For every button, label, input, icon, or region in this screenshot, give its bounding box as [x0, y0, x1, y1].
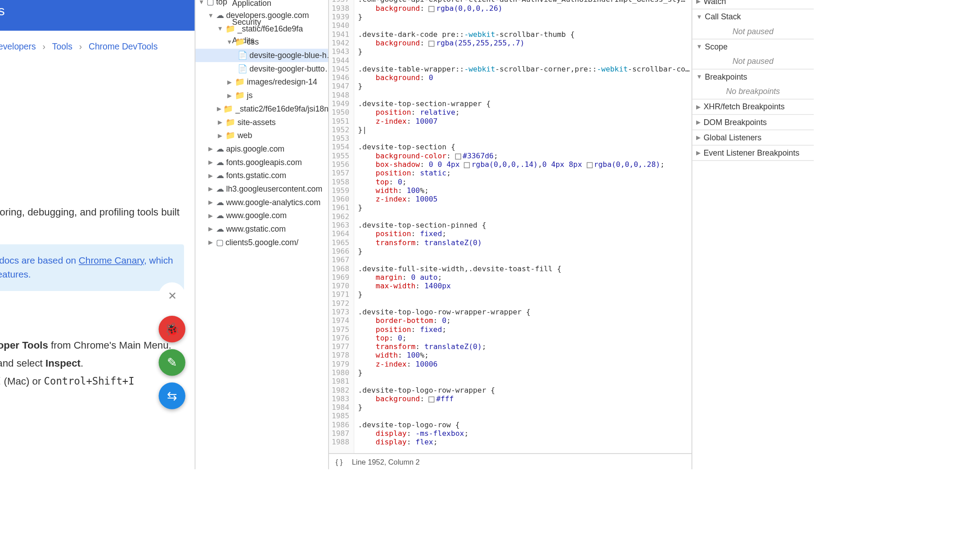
tree-node[interactable]: ▶▢clients5.google.com/ [195, 236, 328, 249]
fold-icon: 📁 [225, 117, 235, 127]
toc-item[interactable]: Device Mode [0, 145, 184, 160]
tree-node[interactable]: ▶📁web [195, 129, 328, 142]
fab-bug-button[interactable]: 🐞 [159, 316, 185, 342]
tree-node[interactable]: ▶☁apis.google.com [195, 142, 328, 156]
fab-close-button[interactable]: ✕ [159, 282, 185, 309]
debug-section-scope[interactable]: ▼Scope [692, 40, 814, 54]
fold-icon: 📁 [235, 37, 245, 47]
note-link[interactable]: Chrome Canary [79, 255, 144, 266]
source-editor: ▦ devsite-googler-buttons.cssdevsite-goo… [329, 0, 692, 469]
tree-node[interactable]: ▶☁www.gstatic.com [195, 222, 328, 236]
fold-icon: 📁 [235, 77, 245, 87]
sources-navigator: Network Filesystem » ⋮ ▼▢top▼☁developers… [195, 0, 329, 469]
pretty-print-icon[interactable]: { } [336, 457, 342, 466]
tree-node[interactable]: ▶📁site-assets [195, 116, 328, 129]
page-h1: Chrome DevTools [0, 61, 184, 82]
debug-section-eventlistener[interactable]: ▶Event Listener Breakpoints [692, 146, 814, 161]
cloud-icon: ☁ [216, 184, 224, 194]
fab-column: ✕ 🐞 ✎ ⇆ [159, 282, 185, 409]
toc-item[interactable]: Open DevTools [0, 116, 184, 130]
cloud-icon: ☁ [216, 224, 224, 234]
breadcrumb-item[interactable]: Chrome DevTools [89, 41, 158, 51]
tree-node[interactable]: ▶☁www.google.com [195, 209, 328, 223]
fold-icon: 📁 [225, 131, 235, 140]
toc-item[interactable]: Discover DevTools [0, 130, 184, 145]
debug-section-watch[interactable]: ▶Watch [692, 0, 814, 9]
tree-node[interactable]: 📄devsite-google-blue-h… [195, 49, 328, 62]
callstack-empty: Not paused [692, 24, 814, 39]
breadcrumb-sep: › [42, 41, 45, 51]
toc-item[interactable]: Elements panel [0, 160, 184, 175]
debug-section-dom[interactable]: ▶DOM Breakpoints [692, 115, 814, 130]
tree-node[interactable]: ▶☁lh3.googleusercontent.com [195, 182, 328, 196]
tree-node[interactable]: ▼📁css [195, 36, 328, 49]
list-item: Select More Tools > Developer Tools from… [0, 336, 184, 354]
fab-sync-button[interactable]: ⇆ [159, 382, 185, 409]
file-tree[interactable]: ▼▢top▼☁developers.google.com▼📁_static/f6… [195, 0, 328, 469]
fold-icon: 📁 [235, 91, 245, 100]
breadcrumb: Products›Web›Tools for Web Developers›To… [0, 41, 184, 51]
fold-icon: 📁 [225, 24, 235, 33]
css-icon: 📄 [238, 64, 248, 73]
tree-node[interactable]: ▶☁www.google-analytics.com [195, 196, 328, 209]
tree-node[interactable]: ▼📁_static/f6e16de9fa [195, 22, 328, 36]
breakpoints-empty: No breakpoints [692, 84, 814, 99]
editor-statusbar: { } Line 1952, Column 2 [329, 453, 692, 470]
cloud-icon: ☁ [216, 197, 224, 207]
band-title: Tools for Web Developers [0, 3, 5, 18]
list-item: Right-click a page element and select In… [0, 354, 184, 372]
cloud-icon: ☁ [216, 171, 224, 180]
scope-empty: Not paused [692, 54, 814, 69]
code-source[interactable]: .com-google-api-explorer-client-auth-Aut… [354, 0, 690, 453]
code-view[interactable]: 1937193819391940194119421943194419451946… [329, 0, 692, 453]
cloud-icon: ☁ [216, 211, 224, 220]
breadcrumb-item[interactable]: Tools [52, 41, 72, 51]
tree-node[interactable]: ▼▢top [195, 0, 328, 9]
cursor-position: Line 1952, Column 2 [352, 457, 420, 466]
page-title-band: Tools for Web Developers [0, 0, 195, 31]
frame-icon: ▢ [216, 237, 223, 247]
note-text: Many of the DevTools docs are based on [0, 255, 79, 266]
section-h2: Open DevTools [0, 307, 184, 328]
cloud-icon: ☁ [216, 157, 224, 167]
fold-icon: 📁 [223, 104, 233, 114]
devtools-panel: ◧ ▭ ElementsConsoleSourcesNetworkPerform… [195, 0, 814, 469]
debug-section-callstack[interactable]: ▼Call Stack [692, 9, 814, 24]
line-gutter: 1937193819391940194119421943194419451946… [329, 0, 354, 453]
debug-section-global[interactable]: ▶Global Listeners [692, 130, 814, 145]
cloud-icon: ☁ [216, 144, 224, 154]
tree-node[interactable]: ▶📁js [195, 89, 328, 102]
tree-node[interactable]: ▶📁images/redesign-14 [195, 76, 328, 89]
toc-box: Contents ⌄ Open DevTools Discover DevToo… [0, 94, 184, 194]
tree-node[interactable]: ▶📁_static2/f6e16de9fa/jsi18n… [195, 102, 328, 116]
rendered-page: ☰ ✱ Web 🔍 ⋮ Tools for Web Developers Pro… [0, 0, 195, 469]
intro-paragraph: Chrome DevTools is a set of authoring, d… [0, 205, 184, 235]
steps-list: Select More Tools > Developer Tools from… [0, 336, 184, 390]
note-callout: ★ Note: Many of the DevTools docs are ba… [0, 244, 184, 291]
debugger-pane: ⏸ ↷ ↓ ↑ → ⊘ ⏺ ▶Watch ▼Call Stack Not pau… [692, 0, 814, 469]
frame-icon: ▢ [207, 0, 214, 7]
toc-more-icon[interactable]: ••• [0, 174, 184, 189]
list-item: Press Command+Option+I (Mac) or Control+… [0, 372, 184, 391]
fab-edit-button[interactable]: ✎ [159, 349, 185, 376]
breadcrumb-item[interactable]: Tools for Web Developers [0, 41, 36, 51]
debug-section-breakpoints[interactable]: ▼Breakpoints [692, 69, 814, 84]
tree-node[interactable]: ▶☁fonts.googleapis.com [195, 156, 328, 169]
tree-node[interactable]: ▶☁fonts.gstatic.com [195, 169, 328, 182]
tree-node[interactable]: 📄devsite-googler-butto… [195, 62, 328, 76]
debug-section-xhr[interactable]: ▶XHR/fetch Breakpoints [692, 99, 814, 114]
tree-node[interactable]: ▼☁developers.google.com [195, 9, 328, 22]
cloud-icon: ☁ [216, 11, 224, 20]
css-icon: 📄 [238, 51, 248, 60]
breadcrumb-sep: › [79, 41, 82, 51]
